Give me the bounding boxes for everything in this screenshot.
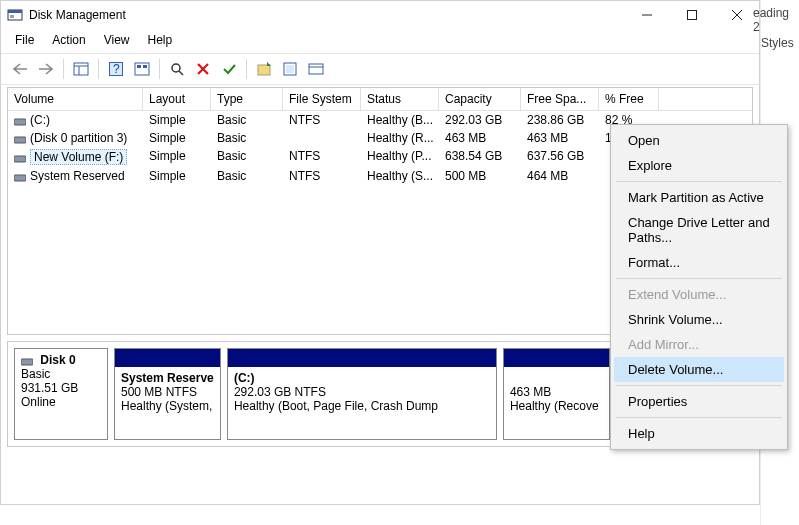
show-hide-tree-button[interactable] (70, 58, 92, 80)
context-menu-item[interactable]: Explore (614, 153, 784, 178)
partition-body: 463 MBHealthy (Recove (504, 367, 609, 439)
context-menu-item[interactable]: Delete Volume... (614, 357, 784, 382)
cell: Basic (211, 167, 283, 185)
svg-point-15 (172, 64, 180, 72)
disk-number: Disk 0 (40, 353, 75, 367)
svg-rect-22 (286, 65, 294, 73)
disk-label[interactable]: Disk 0 Basic 931.51 GB Online (14, 348, 108, 440)
context-menu-item: Extend Volume... (614, 282, 784, 307)
disk-state: Online (21, 395, 56, 409)
svg-rect-13 (137, 65, 141, 68)
toolbar-action3-icon[interactable] (305, 58, 327, 80)
help-button[interactable]: ? (105, 58, 127, 80)
cell: New Volume (F:) (8, 147, 143, 167)
cell: Healthy (R... (361, 129, 439, 147)
context-menu-item[interactable]: Properties (614, 389, 784, 414)
cell: 463 MB (521, 129, 599, 147)
cell: 238.86 GB (521, 111, 599, 129)
menu-help[interactable]: Help (146, 31, 175, 49)
svg-marker-20 (267, 62, 271, 66)
svg-text:?: ? (113, 62, 120, 76)
cell: Simple (143, 111, 211, 129)
maximize-button[interactable] (669, 1, 714, 29)
cell: Healthy (B... (361, 111, 439, 129)
svg-rect-25 (14, 119, 26, 125)
svg-rect-29 (21, 359, 33, 365)
cell: NTFS (283, 147, 361, 167)
disk-icon (21, 356, 33, 366)
col-status[interactable]: Status (361, 88, 439, 110)
svg-rect-14 (143, 65, 147, 68)
cell: System Reserved (8, 167, 143, 185)
partition-color-bar (115, 349, 220, 367)
partition[interactable]: System Reserve500 MB NTFSHealthy (System… (114, 348, 221, 440)
window-title: Disk Management (29, 8, 624, 22)
cell: Basic (211, 111, 283, 129)
col-type[interactable]: Type (211, 88, 283, 110)
context-menu-item[interactable]: Change Drive Letter and Paths... (614, 210, 784, 250)
context-menu-item[interactable]: Help (614, 421, 784, 446)
cell: NTFS (283, 167, 361, 185)
forward-button[interactable] (35, 58, 57, 80)
context-menu-item[interactable]: Open (614, 128, 784, 153)
disk-type: Basic (21, 367, 50, 381)
cell: 500 MB (439, 167, 521, 185)
partition-body: System Reserve500 MB NTFSHealthy (System… (115, 367, 220, 439)
cell: 463 MB (439, 129, 521, 147)
settings-button[interactable] (131, 58, 153, 80)
menu-file[interactable]: File (13, 31, 36, 49)
toolbar-action1-icon[interactable] (253, 58, 275, 80)
context-menu-item[interactable]: Format... (614, 250, 784, 275)
partition[interactable]: 463 MBHealthy (Recove (503, 348, 610, 440)
disk-size: 931.51 GB (21, 381, 78, 395)
svg-rect-23 (309, 64, 323, 74)
cell: NTFS (283, 111, 361, 129)
context-menu-separator (616, 278, 782, 279)
cell: 638.54 GB (439, 147, 521, 167)
ribbon-styles-stub: Styles (761, 36, 794, 50)
svg-rect-28 (14, 175, 26, 181)
context-menu-separator (616, 181, 782, 182)
svg-rect-26 (14, 137, 26, 143)
cell: Healthy (P... (361, 147, 439, 167)
partition[interactable]: (C:)292.03 GB NTFSHealthy (Boot, Page Fi… (227, 348, 497, 440)
context-menu-item[interactable]: Shrink Volume... (614, 307, 784, 332)
context-menu-item[interactable]: Mark Partition as Active (614, 185, 784, 210)
check-icon[interactable] (218, 58, 240, 80)
menu-view[interactable]: View (102, 31, 132, 49)
back-button[interactable] (9, 58, 31, 80)
menu-action[interactable]: Action (50, 31, 87, 49)
col-volume[interactable]: Volume (8, 88, 143, 110)
partition-color-bar (228, 349, 496, 367)
minimize-button[interactable] (624, 1, 669, 29)
col-free-space[interactable]: Free Spa... (521, 88, 599, 110)
svg-rect-12 (135, 63, 149, 75)
volume-icon (14, 134, 26, 144)
context-menu: OpenExploreMark Partition as ActiveChang… (610, 124, 788, 450)
svg-rect-1 (8, 10, 22, 13)
col-pct-free[interactable]: % Free (599, 88, 659, 110)
cell: Basic (211, 147, 283, 167)
cell: 464 MB (521, 167, 599, 185)
toolbar-action2-icon[interactable] (279, 58, 301, 80)
app-icon (7, 7, 23, 23)
titlebar: Disk Management (1, 1, 759, 29)
svg-rect-2 (10, 15, 14, 18)
context-menu-separator (616, 417, 782, 418)
col-filesystem[interactable]: File System (283, 88, 361, 110)
col-capacity[interactable]: Capacity (439, 88, 521, 110)
toolbar: ? (1, 54, 759, 85)
cell: 637.56 GB (521, 147, 599, 167)
svg-rect-19 (258, 65, 270, 75)
cell: 292.03 GB (439, 111, 521, 129)
volume-icon (14, 172, 26, 182)
ribbon-heading-stub: eading 2 (753, 6, 799, 34)
cell: (C:) (8, 111, 143, 129)
svg-rect-27 (14, 156, 26, 162)
refresh-icon[interactable] (166, 58, 188, 80)
cell: Simple (143, 129, 211, 147)
col-layout[interactable]: Layout (143, 88, 211, 110)
context-menu-separator (616, 385, 782, 386)
cell: Simple (143, 167, 211, 185)
delete-icon[interactable] (192, 58, 214, 80)
